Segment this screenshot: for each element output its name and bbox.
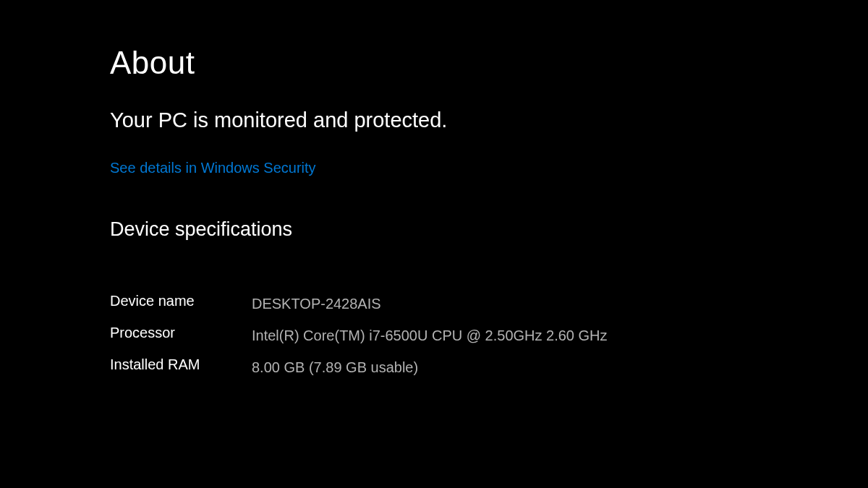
page-title: About xyxy=(110,45,868,81)
spec-value: 8.00 GB (7.89 GB usable) xyxy=(252,356,418,378)
spec-row-installed-ram: Installed RAM 8.00 GB (7.89 GB usable) xyxy=(110,356,868,378)
spec-value: DESKTOP-2428AIS xyxy=(252,293,381,314)
device-specs-heading: Device specifications xyxy=(110,218,868,241)
spec-value: Intel(R) Core(TM) i7-6500U CPU @ 2.50GHz… xyxy=(252,325,608,346)
spec-label: Device name xyxy=(110,293,252,309)
spec-label: Processor xyxy=(110,325,252,341)
spec-row-processor: Processor Intel(R) Core(TM) i7-6500U CPU… xyxy=(110,325,868,346)
device-specs-table: Device name DESKTOP-2428AIS Processor In… xyxy=(110,293,868,378)
spec-row-device-name: Device name DESKTOP-2428AIS xyxy=(110,293,868,314)
spec-label: Installed RAM xyxy=(110,356,252,373)
about-page: About Your PC is monitored and protected… xyxy=(0,0,868,378)
protection-status-heading: Your PC is monitored and protected. xyxy=(110,108,868,132)
windows-security-link[interactable]: See details in Windows Security xyxy=(110,160,868,176)
